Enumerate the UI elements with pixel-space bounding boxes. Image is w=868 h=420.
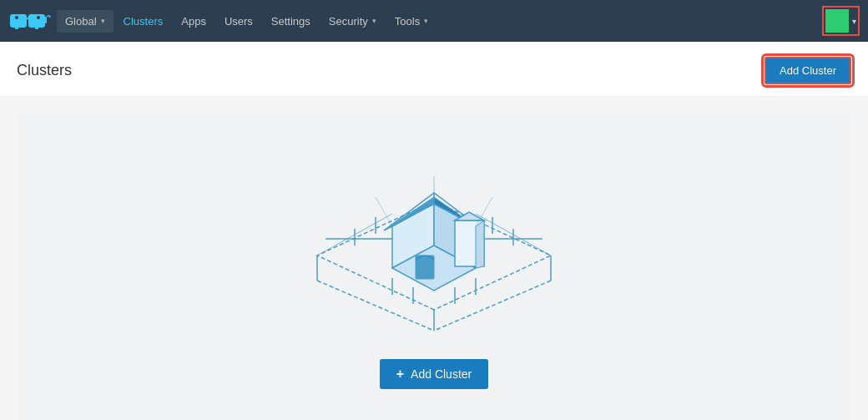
svg-point-3 (37, 16, 40, 19)
app-logo[interactable] (8, 8, 52, 34)
nav-item-apps[interactable]: Apps (173, 10, 214, 33)
empty-state: + Add Cluster (17, 114, 851, 420)
svg-rect-4 (15, 24, 18, 29)
svg-line-28 (317, 214, 392, 256)
svg-line-14 (434, 281, 551, 331)
add-cluster-button-top[interactable]: Add Cluster (765, 57, 851, 84)
empty-state-illustration (292, 147, 576, 339)
nav-item-global[interactable]: Global ▾ (57, 10, 114, 33)
svg-rect-6 (45, 17, 47, 23)
svg-line-31 (476, 214, 551, 256)
nav-item-settings[interactable]: Settings (263, 10, 319, 33)
chevron-down-icon: ▾ (372, 17, 376, 25)
chevron-down-icon: ▾ (101, 17, 105, 25)
user-menu[interactable]: ▾ (822, 6, 860, 36)
chevron-down-icon: ▾ (852, 17, 856, 26)
page-title: Clusters (17, 62, 72, 79)
svg-line-13 (317, 281, 434, 331)
chevron-down-icon: ▾ (424, 17, 428, 25)
nav-item-security[interactable]: Security ▾ (320, 10, 385, 33)
nav-item-clusters[interactable]: Clusters (115, 10, 172, 33)
main-content: + Add Cluster (0, 97, 868, 420)
add-cluster-button-center[interactable]: + Add Cluster (380, 359, 489, 389)
avatar (825, 9, 849, 33)
plus-icon: + (396, 367, 404, 382)
nav-item-users[interactable]: Users (216, 10, 261, 33)
nav-items: Global ▾ Clusters Apps Users Settings Se… (57, 10, 822, 33)
navbar-right: ▾ (822, 6, 860, 36)
svg-marker-25 (476, 220, 484, 268)
svg-rect-7 (827, 11, 847, 31)
svg-rect-5 (35, 24, 38, 29)
navbar: Global ▾ Clusters Apps Users Settings Se… (0, 0, 868, 42)
svg-point-2 (15, 16, 18, 19)
page-header: Clusters Add Cluster (0, 42, 868, 97)
nav-item-tools[interactable]: Tools ▾ (386, 10, 437, 33)
